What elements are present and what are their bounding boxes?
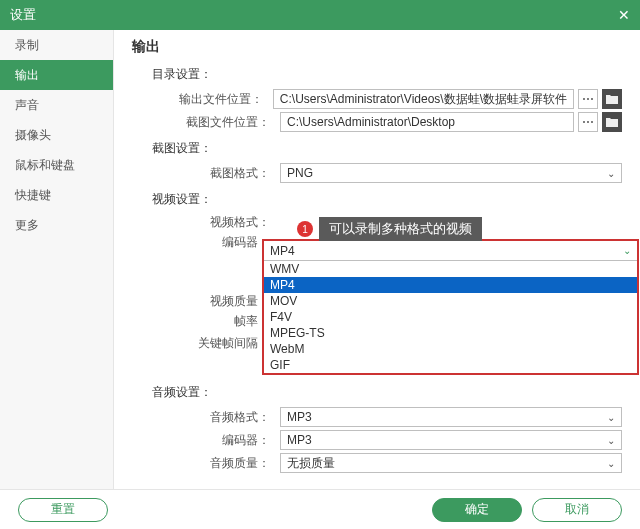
tooltip-number-icon: 1 bbox=[297, 221, 313, 237]
sidebar-item-mouse-keyboard[interactable]: 鼠标和键盘 bbox=[0, 150, 113, 180]
title-text: 设置 bbox=[10, 6, 36, 24]
screenshot-path-input[interactable]: C:\Users\Administrator\Desktop bbox=[280, 112, 574, 132]
sidebar-item-record[interactable]: 录制 bbox=[0, 30, 113, 60]
page-heading: 输出 bbox=[132, 38, 622, 56]
chevron-down-icon: ⌄ bbox=[607, 458, 615, 469]
video-format-option[interactable]: F4V bbox=[264, 309, 637, 325]
screenshot-format-select[interactable]: PNG ⌄ bbox=[280, 163, 622, 183]
sidebar-item-camera[interactable]: 摄像头 bbox=[0, 120, 113, 150]
screenshot-path-label: 截图文件位置： bbox=[132, 114, 280, 131]
sidebar-item-more[interactable]: 更多 bbox=[0, 210, 113, 240]
section-video-label: 视频设置： bbox=[152, 191, 622, 208]
tooltip: 1 可以录制多种格式的视频 bbox=[297, 217, 482, 241]
audio-encoder-select[interactable]: MP3 ⌄ bbox=[280, 430, 622, 450]
close-icon[interactable]: ✕ bbox=[618, 7, 630, 23]
video-quality-label: 视频质量： bbox=[132, 293, 280, 310]
video-format-label: 视频格式： bbox=[132, 214, 280, 231]
video-format-option[interactable]: MPEG-TS bbox=[264, 325, 637, 341]
title-bar: 设置 ✕ bbox=[0, 0, 640, 30]
sidebar: 录制 输出 声音 摄像头 鼠标和键盘 快捷键 更多 bbox=[0, 30, 114, 489]
cancel-button[interactable]: 取消 bbox=[532, 498, 622, 522]
screenshot-path-more-button[interactable]: ⋯ bbox=[578, 112, 598, 132]
video-fps-label: 帧率： bbox=[132, 313, 280, 330]
audio-encoder-label: 编码器： bbox=[132, 432, 280, 449]
video-encoder-label: 编码器： bbox=[132, 234, 280, 251]
screenshot-format-label: 截图格式： bbox=[132, 165, 280, 182]
chevron-down-icon: ⌄ bbox=[607, 435, 615, 446]
video-format-option[interactable]: MOV bbox=[264, 293, 637, 309]
output-path-folder-icon[interactable] bbox=[602, 89, 622, 109]
video-keyframe-label: 关键帧间隔： bbox=[132, 335, 280, 352]
video-format-dropdown[interactable]: MP4 ⌄ WMV MP4 MOV F4V MPEG-TS WebM GIF bbox=[262, 239, 639, 375]
video-format-select-open[interactable]: MP4 ⌄ bbox=[264, 241, 637, 261]
tooltip-text: 可以录制多种格式的视频 bbox=[319, 217, 482, 241]
screenshot-path-folder-icon[interactable] bbox=[602, 112, 622, 132]
footer: 重置 确定 取消 bbox=[0, 489, 640, 529]
ok-button[interactable]: 确定 bbox=[432, 498, 522, 522]
section-audio-label: 音频设置： bbox=[152, 384, 622, 401]
audio-format-select[interactable]: MP3 ⌄ bbox=[280, 407, 622, 427]
output-path-input[interactable]: C:\Users\Administrator\Videos\数据蛙\数据蛙录屏软… bbox=[273, 89, 574, 109]
video-format-option[interactable]: WMV bbox=[264, 261, 637, 277]
audio-format-label: 音频格式： bbox=[132, 409, 280, 426]
section-dir-label: 目录设置： bbox=[152, 66, 622, 83]
chevron-down-icon: ⌄ bbox=[607, 412, 615, 423]
output-path-more-button[interactable]: ⋯ bbox=[578, 89, 598, 109]
reset-button[interactable]: 重置 bbox=[18, 498, 108, 522]
output-path-label: 输出文件位置： bbox=[132, 91, 273, 108]
chevron-down-icon: ⌄ bbox=[623, 245, 631, 256]
video-format-option[interactable]: GIF bbox=[264, 357, 637, 373]
sidebar-item-audio[interactable]: 声音 bbox=[0, 90, 113, 120]
audio-quality-select[interactable]: 无损质量 ⌄ bbox=[280, 453, 622, 473]
sidebar-item-output[interactable]: 输出 bbox=[0, 60, 113, 90]
content-output: 输出 目录设置： 输出文件位置： C:\Users\Administrator\… bbox=[114, 30, 640, 489]
video-format-option[interactable]: MP4 bbox=[264, 277, 637, 293]
audio-quality-label: 音频质量： bbox=[132, 455, 280, 472]
sidebar-item-hotkey[interactable]: 快捷键 bbox=[0, 180, 113, 210]
chevron-down-icon: ⌄ bbox=[607, 168, 615, 179]
section-screenshot-label: 截图设置： bbox=[152, 140, 622, 157]
video-format-option[interactable]: WebM bbox=[264, 341, 637, 357]
